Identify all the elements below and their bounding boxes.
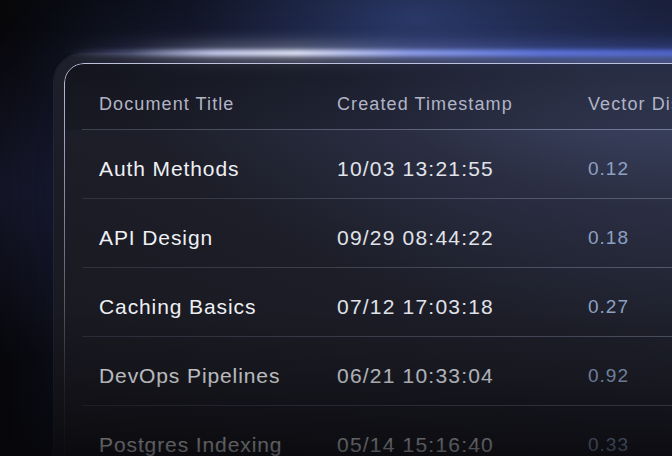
document-title-cell: Auth Methods [99, 157, 239, 181]
created-timestamp-cell: 06/21 10:33:04 [337, 364, 494, 388]
created-timestamp-cell: 10/03 13:21:55 [337, 157, 494, 181]
table-body: Auth Methods 10/03 13:21:55 0.12 API Des… [64, 130, 672, 456]
document-title-cell: Caching Basics [99, 295, 256, 319]
vector-distance-cell: 0.27 [588, 296, 629, 318]
created-timestamp-cell: 09/29 08:44:22 [337, 226, 494, 250]
table-row[interactable]: DevOps Pipelines 06/21 10:33:04 0.92 [64, 337, 672, 406]
column-header-vector-distance: Vector Distance [588, 94, 672, 115]
table-row[interactable]: Postgres Indexing 05/14 15:16:40 0.33 [64, 406, 672, 456]
card-top-glow [66, 50, 672, 56]
created-timestamp-cell: 05/14 15:16:40 [337, 433, 494, 456]
vector-distance-cell: 0.12 [588, 158, 629, 180]
table-header-row: Document Title Created Timestamp Vector … [64, 64, 672, 130]
created-timestamp-cell: 07/12 17:03:18 [337, 295, 494, 319]
vector-distance-cell: 0.92 [588, 365, 629, 387]
vector-distance-cell: 0.33 [588, 434, 629, 456]
column-header-document-title: Document Title [99, 94, 234, 115]
document-title-cell: API Design [99, 226, 213, 250]
vector-distance-cell: 0.18 [588, 227, 629, 249]
table-row[interactable]: API Design 09/29 08:44:22 0.18 [64, 199, 672, 268]
table-row[interactable]: Caching Basics 07/12 17:03:18 0.27 [64, 268, 672, 337]
document-title-cell: DevOps Pipelines [99, 364, 280, 388]
table-row[interactable]: Auth Methods 10/03 13:21:55 0.12 [64, 130, 672, 199]
documents-table: Document Title Created Timestamp Vector … [64, 64, 672, 456]
document-title-cell: Postgres Indexing [99, 433, 282, 456]
column-header-created-timestamp: Created Timestamp [337, 94, 513, 115]
documents-table-card: Document Title Created Timestamp Vector … [54, 54, 672, 456]
